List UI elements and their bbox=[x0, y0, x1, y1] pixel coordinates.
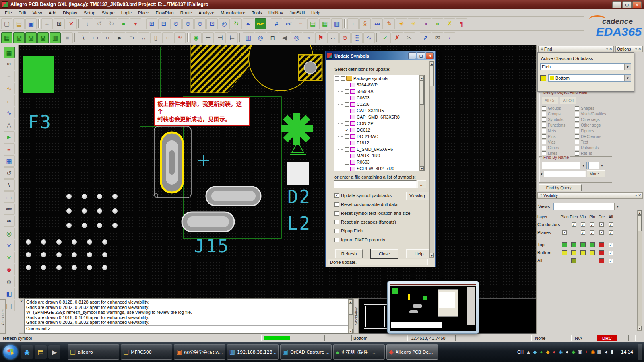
status-icon-1[interactable] bbox=[620, 335, 627, 341]
tree-item-f1812[interactable]: F1812 bbox=[334, 140, 424, 146]
active-subclass-select[interactable]: Bottom▼ bbox=[548, 74, 631, 82]
toolbar-cross-section-icon[interactable]: ▤ bbox=[307, 18, 318, 29]
help-button[interactable]: Help bbox=[406, 249, 432, 258]
toolbar-film-records-icon[interactable]: ◎ bbox=[255, 32, 266, 43]
views-select[interactable]: ▼ bbox=[553, 203, 621, 210]
checkbox[interactable] bbox=[345, 96, 349, 100]
left-toolbar-play-icon[interactable]: ► bbox=[4, 131, 15, 142]
menu-help[interactable]: Help bbox=[308, 10, 324, 16]
pin-icon[interactable]: ‡ bbox=[541, 47, 543, 51]
command-console[interactable]: Grids are drawn 0.8128, 0.8128 apart for… bbox=[24, 298, 353, 334]
tree-item-screw_3r2_7r0[interactable]: SCREW_3R2_7R0 bbox=[334, 165, 424, 171]
toolbar-delete-icon[interactable]: ✕ bbox=[66, 18, 77, 29]
left-toolbar-component-icon[interactable]: U1 bbox=[4, 59, 15, 70]
drc-status-badge[interactable]: DRC bbox=[597, 335, 617, 341]
taskbar-button--[interactable]: ●史花朋（硬件二... bbox=[333, 344, 385, 360]
visibility-checkbox[interactable]: ✓ bbox=[609, 230, 613, 235]
find-filter-ratsnests[interactable]: Ratsnests bbox=[575, 145, 611, 150]
left-toolbar-route-x-red-icon[interactable]: ⊗ bbox=[4, 264, 15, 275]
tray-icon-9[interactable]: ▣ bbox=[577, 349, 583, 355]
checkbox[interactable] bbox=[334, 229, 339, 233]
menu-edit[interactable]: Edit bbox=[15, 10, 29, 16]
toolbar-measure-icon[interactable]: 123 bbox=[372, 18, 383, 29]
toolbar-new-icon[interactable]: ▢ bbox=[1, 18, 12, 29]
toolbar-info-icon[interactable]: i bbox=[347, 18, 359, 29]
find-filter-nets[interactable]: Nets bbox=[542, 128, 575, 134]
status-icon-2[interactable] bbox=[628, 335, 636, 341]
dialog-close-button[interactable]: ✕ bbox=[426, 52, 434, 59]
tray-icon-12[interactable]: ▤ bbox=[596, 349, 603, 355]
visibility-checkbox[interactable]: ✓ bbox=[590, 222, 594, 227]
dialog-minimize-button[interactable]: ─ bbox=[408, 52, 416, 59]
left-toolbar-text-ab-icon[interactable]: ab bbox=[4, 216, 15, 227]
toolbar-fix-x-icon[interactable]: ✗ bbox=[444, 18, 455, 29]
checkbox[interactable] bbox=[345, 167, 349, 171]
left-toolbar-route-plus-icon[interactable]: ⊕ bbox=[4, 276, 15, 287]
menu-place[interactable]: Place bbox=[135, 10, 153, 16]
chevron-down-icon[interactable]: ▾ bbox=[606, 47, 608, 51]
taskbar-button-mfrc500[interactable]: ▤MFRC500 bbox=[121, 344, 172, 360]
toolbar-undo-icon[interactable]: ↺ bbox=[94, 18, 105, 29]
toolbar-3d-view-icon[interactable]: 3D bbox=[243, 18, 254, 29]
tree-item-c1206[interactable]: C1206 bbox=[334, 101, 424, 107]
toolbar-shine-bottom-icon[interactable]: ☀ bbox=[408, 18, 419, 29]
toolbar-shape-add-icon[interactable]: ▦ bbox=[1, 32, 12, 43]
visibility-checkbox[interactable]: ✓ bbox=[581, 222, 585, 227]
checkbox[interactable] bbox=[575, 134, 579, 139]
tray-icon-3[interactable]: ● bbox=[538, 349, 545, 355]
dialog-option-reset-pin-escapes-fanouts-[interactable]: Reset pin escapes (fanouts) bbox=[334, 220, 396, 224]
toolbar-rectangle-icon[interactable]: ▭ bbox=[90, 32, 101, 43]
toolbar-save-icon[interactable]: ▣ bbox=[25, 18, 37, 29]
toolbar-note-del-icon[interactable]: ✗ bbox=[392, 32, 403, 43]
checkbox[interactable] bbox=[575, 106, 579, 111]
menu-view[interactable]: View bbox=[29, 10, 45, 16]
tree-item-dc012[interactable]: ✓DC012 bbox=[334, 127, 424, 133]
tree-item-mark_1r0[interactable]: MARK_1R0 bbox=[334, 152, 424, 159]
quicklaunch-browser-icon[interactable]: ◉ bbox=[21, 345, 33, 359]
toolbar-zoom-fit-icon[interactable]: ⊡ bbox=[206, 18, 218, 29]
toolbar-zoom-out-icon[interactable]: ⊖ bbox=[194, 18, 206, 29]
left-toolbar-line-diag-icon[interactable]: \ bbox=[4, 179, 15, 191]
start-button[interactable] bbox=[3, 345, 18, 359]
visibility-column-pin[interactable]: Pin bbox=[588, 215, 597, 219]
find-name-type-select[interactable]: ▼ bbox=[542, 162, 587, 169]
layer-color-swatch[interactable] bbox=[571, 258, 576, 263]
toolbar-layers-icon[interactable]: ≡ bbox=[295, 18, 306, 29]
toolbar-status-icon[interactable]: ▦ bbox=[319, 18, 330, 29]
left-toolbar-half-tone-icon[interactable]: ◧ bbox=[4, 288, 15, 299]
visibility-checkbox[interactable]: ✓ bbox=[609, 259, 613, 263]
toolbar-shape-merge-icon[interactable]: ▨ bbox=[25, 32, 37, 43]
checkbox[interactable] bbox=[542, 106, 546, 111]
symbol-list-scrollbar[interactable]: ▲▼ bbox=[419, 75, 424, 171]
toolbar-mail-icon[interactable]: ✉ bbox=[432, 32, 443, 43]
toolbar-shape-select-icon[interactable]: ▩ bbox=[37, 32, 49, 43]
menu-junskill[interactable]: JunSkill bbox=[286, 10, 308, 16]
find-panel-header[interactable]: ‡ Find ▾ ✕ bbox=[538, 46, 614, 52]
toolbar-waveform-icon[interactable]: ılı bbox=[432, 18, 443, 29]
subclass-color-button[interactable] bbox=[540, 75, 546, 81]
toolbar-circle-small-icon[interactable]: ○ bbox=[162, 32, 173, 43]
tree-expand-icon[interactable]: − bbox=[335, 76, 339, 81]
toolbar-window-tile-icon[interactable]: ⊞ bbox=[146, 18, 157, 29]
toolbar-pin-spacing-icon[interactable]: ⊣ bbox=[215, 32, 226, 43]
worldview-tab[interactable]: WorldView bbox=[353, 298, 359, 334]
layer-color-swatch[interactable] bbox=[571, 250, 576, 255]
checkbox[interactable] bbox=[542, 134, 546, 139]
symbol-file-input[interactable] bbox=[334, 180, 417, 188]
find-filter-drc-errors[interactable]: DRC errors bbox=[575, 134, 611, 139]
tree-item-cap_smd_6r3x5r8[interactable]: CAP_SMD_6R3X5R8 bbox=[334, 114, 424, 120]
toolbar-shape-void-icon[interactable]: ▥ bbox=[50, 32, 61, 43]
find-filter-vias[interactable]: Vias bbox=[542, 139, 575, 145]
checkbox[interactable] bbox=[334, 238, 339, 242]
pin-icon[interactable]: ‡ bbox=[540, 193, 542, 197]
tray-icon-7[interactable]: ● bbox=[564, 349, 570, 355]
checkbox[interactable] bbox=[575, 123, 579, 128]
checkbox[interactable] bbox=[345, 141, 349, 145]
toolbar-copy-icon[interactable]: ⊞ bbox=[54, 18, 65, 29]
layer-color-swatch[interactable] bbox=[599, 250, 604, 255]
checkbox[interactable] bbox=[345, 89, 349, 94]
dialog-option-ripup-etch[interactable]: Ripup Etch bbox=[334, 228, 363, 233]
taskbar-button-allegro-pcb-de-[interactable]: ◆Allegro PCB De... bbox=[386, 344, 438, 360]
toolbar-constraint-manager-icon[interactable]: ▥ bbox=[331, 18, 343, 29]
toolbar-window-cascade-icon[interactable]: ⊟ bbox=[158, 18, 169, 29]
